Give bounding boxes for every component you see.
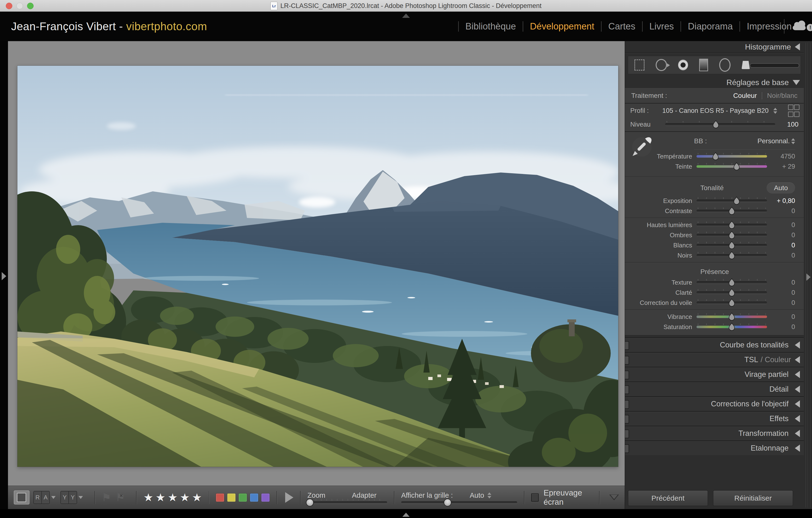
before-after-dropdown-icon[interactable]: [51, 496, 56, 499]
panel-section-header[interactable]: Courbe des tonalités: [625, 337, 804, 352]
module-tab[interactable]: Développement: [523, 21, 601, 32]
amount-slider[interactable]: [665, 123, 775, 126]
zoom-window-icon[interactable]: [27, 3, 34, 9]
slider-thumb[interactable]: [729, 251, 735, 259]
slider-thumb[interactable]: [729, 288, 735, 297]
slider-track[interactable]: [696, 224, 767, 226]
collapse-arrow-icon[interactable]: [795, 415, 800, 422]
color-label-chip[interactable]: [261, 493, 270, 502]
collapse-arrow-icon[interactable]: [795, 341, 800, 348]
slider-track[interactable]: [696, 244, 767, 246]
slider-track[interactable]: [696, 210, 767, 212]
slider-track[interactable]: [696, 292, 767, 294]
slider-thumb[interactable]: [729, 278, 735, 286]
wb-preset-select[interactable]: Personnal.: [757, 137, 795, 145]
slider-thumb[interactable]: [729, 299, 735, 307]
minimize-window-icon[interactable]: [17, 3, 23, 9]
graduated-filter-icon[interactable]: [699, 59, 708, 71]
red-eye-icon[interactable]: [678, 59, 688, 70]
white-balance-eyedropper-icon[interactable]: [630, 135, 654, 158]
cloud-sync-icon[interactable]: [793, 25, 806, 30]
panel-switch-toggle[interactable]: [625, 341, 629, 350]
adjustment-brush-icon[interactable]: [742, 59, 794, 70]
close-window-icon[interactable]: [6, 3, 12, 9]
reject-flag-icon[interactable]: ⚑✕: [116, 492, 125, 503]
toolbar-dropdown-icon[interactable]: [609, 494, 619, 500]
slider-track[interactable]: [696, 326, 767, 328]
slider-track[interactable]: [696, 155, 767, 157]
panel-section-header[interactable]: Virage partiel: [625, 367, 804, 382]
panel-section-header[interactable]: TSL / Couleur: [625, 352, 804, 367]
left-panel-collapsed[interactable]: [0, 41, 8, 509]
star-icon[interactable]: ★: [156, 491, 166, 504]
stepper-down-icon[interactable]: [488, 496, 491, 498]
zoom-slider-thumb[interactable]: [306, 499, 314, 507]
show-left-panel-icon[interactable]: [2, 272, 6, 280]
grid-mode-value[interactable]: Auto: [470, 491, 484, 499]
slider-thumb[interactable]: [729, 221, 735, 229]
module-tab[interactable]: Bibliothèque: [458, 21, 523, 32]
collapse-arrow-icon[interactable]: [795, 356, 800, 363]
panel-section-header[interactable]: Transformation: [625, 426, 804, 440]
stepper-up-icon[interactable]: [488, 492, 491, 495]
panel-section-header[interactable]: Effets: [625, 411, 804, 426]
basic-panel-header[interactable]: Réglages de base: [625, 77, 804, 88]
panel-switch-toggle[interactable]: [625, 356, 629, 365]
show-filmstrip-icon[interactable]: [402, 513, 410, 517]
amount-slider-thumb[interactable]: [713, 120, 719, 128]
spot-removal-icon[interactable]: [656, 59, 667, 71]
histogram-panel-header[interactable]: Histogramme: [625, 41, 804, 53]
panel-section-header[interactable]: Détail: [625, 382, 804, 396]
slider-thumb[interactable]: [729, 207, 735, 215]
radial-filter-icon[interactable]: [719, 58, 730, 72]
star-rating[interactable]: ★★★★★: [143, 491, 202, 504]
sync-status[interactable]: [784, 19, 812, 34]
zoom-slider[interactable]: [308, 501, 387, 504]
panel-section-header[interactable]: Corrections de l'objectif: [625, 396, 804, 411]
previous-button[interactable]: Précédent: [628, 490, 708, 506]
panel-switch-toggle[interactable]: [625, 430, 629, 438]
loupe-view-button[interactable]: [14, 490, 29, 505]
star-icon[interactable]: ★: [192, 491, 202, 504]
star-icon[interactable]: ★: [180, 491, 190, 504]
slider-track[interactable]: [696, 302, 767, 304]
panel-switch-toggle[interactable]: [625, 444, 629, 453]
compare-dropdown-icon[interactable]: [79, 496, 83, 499]
collapse-arrow-icon[interactable]: [795, 386, 800, 393]
slider-thumb[interactable]: [713, 152, 719, 160]
compare-view-button[interactable]: Y Y: [60, 491, 77, 504]
slider-thumb[interactable]: [729, 241, 735, 249]
profile-value[interactable]: 105 - Canon EOS R5 - Paysage B20: [662, 107, 769, 115]
color-label-chip[interactable]: [238, 493, 247, 502]
treatment-bw-option[interactable]: Noir/blanc: [767, 92, 798, 99]
module-tab[interactable]: Livres: [642, 21, 680, 32]
grid-slider-thumb[interactable]: [444, 499, 452, 507]
panel-switch-toggle[interactable]: [625, 400, 629, 409]
grid-size-slider[interactable]: [401, 501, 517, 504]
treatment-color-option[interactable]: Couleur: [733, 92, 757, 99]
collapse-arrow-icon[interactable]: [795, 371, 800, 378]
slideshow-play-icon[interactable]: [285, 492, 293, 503]
reset-button[interactable]: Réinitialiser: [713, 490, 793, 506]
module-tab[interactable]: Diaporama: [680, 21, 740, 32]
slider-track[interactable]: [696, 165, 767, 168]
filmstrip-collapsed[interactable]: [0, 509, 812, 518]
panel-switch-toggle[interactable]: [625, 385, 629, 394]
auto-tone-button[interactable]: Auto: [766, 182, 795, 193]
slider-thumb[interactable]: [729, 231, 735, 239]
slider-thumb[interactable]: [733, 197, 740, 205]
slider-thumb[interactable]: [729, 323, 735, 331]
color-label-chip[interactable]: [227, 493, 236, 502]
photo-canvas[interactable]: [18, 66, 618, 467]
wb-preset-value[interactable]: Personnal.: [757, 137, 790, 145]
collapse-arrow-icon[interactable]: [795, 430, 800, 437]
before-after-view-button[interactable]: R A: [33, 491, 50, 504]
panel-section-header[interactable]: Etalonnage: [625, 440, 804, 455]
color-label-chip[interactable]: [250, 493, 258, 502]
collapse-arrow-icon[interactable]: [795, 400, 800, 407]
profile-browser-icon[interactable]: [788, 104, 799, 117]
slider-track[interactable]: [696, 281, 767, 284]
color-label-chip[interactable]: [216, 493, 224, 502]
panel-switch-toggle[interactable]: [625, 371, 629, 379]
panel-switch-toggle[interactable]: [625, 415, 629, 424]
